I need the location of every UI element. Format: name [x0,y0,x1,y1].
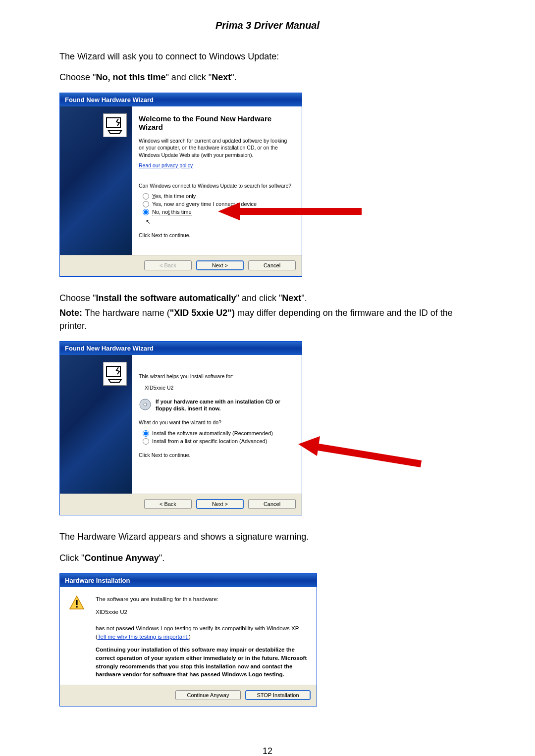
radio-yes-once[interactable]: Yes, this time only [143,193,294,200]
warn-body: The software you are installing for this… [60,587,317,685]
warning-icon [69,595,85,611]
section2-note: Note: The hardware name ("XID 5xxie U2")… [59,306,476,332]
text: Click " [59,553,84,563]
wizard2-body: This wizard helps you install software f… [60,355,302,494]
radio-label: Yes, now and every time I connect a devi… [152,201,257,207]
hardware-wizard-icon [103,362,127,386]
wizard1-button-row: < Back Next > Cancel [60,255,302,276]
text-bold: Install the software automatically [96,293,236,303]
radio-input[interactable] [143,438,149,445]
text-bold: No, not this time [96,72,165,82]
radio-label: Install from a list or specific location… [152,438,267,444]
text-bold: Next [212,72,231,82]
warn-dialog: Hardware Installation The software you a… [59,573,317,706]
text: Choose " [59,72,96,82]
section3-line2: Click "Continue Anyway". [59,552,476,564]
cd-hint-text: If your hardware came with an installati… [156,398,294,412]
wizard2-radio-group: Install the software automatically (Reco… [143,430,294,445]
text: ". [231,72,236,82]
wizard1-dialog: Found New Hardware Wizard Welcome to the… [59,93,302,277]
radio-install-specific[interactable]: Install from a list or specific location… [143,438,294,445]
wizard-side-banner [60,355,132,494]
hardware-wizard-icon [103,113,127,137]
wizard1-radio-group: Yes, this time only Yes, now and every t… [143,193,294,223]
warn-line2b: ) [189,634,191,640]
document-page: Prima 3 Driver Manual The Wizard will as… [0,0,535,756]
cursor-icon: ↖ [146,218,151,225]
wizard2-prompt: What do you want the wizard to do? [139,419,294,426]
intro-line-1: The Wizard will ask you to connect to Wi… [59,50,476,63]
radio-input[interactable] [143,193,149,200]
svg-point-3 [144,403,147,406]
wizard1-continue: Click Next to continue. [139,232,294,239]
text: The hardware name ( [82,308,170,318]
privacy-policy-link[interactable]: Read our privacy policy [139,162,193,168]
warn-text-block: The software you are installing for this… [96,595,308,679]
wizard1-heading: Welcome to the Found New Hardware Wizard [139,114,294,131]
radio-input[interactable] [143,201,149,207]
wizard1-body: Welcome to the Found New Hardware Wizard… [60,106,302,255]
wizard2-button-row: < Back Next > Cancel [60,494,302,515]
text-bold: Next [282,293,301,303]
wizard2-content: This wizard helps you install software f… [132,355,302,494]
radio-label: No, not this time [152,209,192,215]
radio-input[interactable] [143,430,149,437]
cancel-button[interactable]: Cancel [248,499,296,509]
radio-yes-always[interactable]: Yes, now and every time I connect a devi… [143,201,294,207]
wizard1-titlebar: Found New Hardware Wizard [60,93,302,106]
back-button: < Back [144,260,192,270]
svg-rect-4 [76,600,77,605]
page-title: Prima 3 Driver Manual [59,20,476,31]
note-label: Note: [59,308,82,318]
radio-label: Yes, this time only [152,193,196,199]
wizard1-figure: Found New Hardware Wizard Welcome to the… [59,93,302,277]
text: " and click " [236,293,282,303]
warn-device: XID5xxie U2 [96,608,308,616]
section2-line1: Choose "Install the software automatical… [59,292,476,304]
intro-line-2: Choose "No, not this time" and click "Ne… [59,71,476,84]
wizard-side-banner [60,106,132,255]
cancel-button[interactable]: Cancel [248,260,296,270]
radio-label: Install the software automatically (Reco… [152,430,273,436]
stop-installation-button[interactable]: STOP Installation [245,690,311,700]
text: ". [159,553,164,563]
wizard1-prompt: Can Windows connect to Windows Update to… [139,182,294,189]
wizard2-continue: Click Next to continue. [139,452,294,458]
wizard1-desc: Windows will search for current and upda… [139,137,294,158]
cd-icon [139,398,152,411]
red-arrow-annotation [297,436,426,471]
warn-button-row: Continue Anyway STOP Installation [60,685,317,706]
svg-rect-5 [76,606,77,607]
wizard2-figure: Found New Hardware Wizard This wizard he… [59,341,302,515]
text: ". [301,293,307,303]
next-button[interactable]: Next > [196,260,244,270]
text: Choose " [59,293,96,303]
radio-no-not-this-time[interactable]: No, not this time [143,209,294,215]
text-bold: Continue Anyway [84,553,159,563]
wizard1-content: Welcome to the Found New Hardware Wizard… [132,106,302,255]
cd-hint: If your hardware came with an installati… [139,398,294,412]
next-button[interactable]: Next > [196,499,244,509]
wizard2-line1: This wizard helps you install software f… [139,373,294,380]
warn-titlebar: Hardware Installation [60,574,317,587]
radio-input[interactable] [143,209,149,215]
wizard2-dialog: Found New Hardware Wizard This wizard he… [59,341,302,515]
wizard2-device: XID5xxie U2 [145,384,294,391]
section3-line1: The Hardware Wizard appears and shows a … [59,530,476,543]
text: " and click " [165,72,212,82]
warn-figure: Hardware Installation The software you a… [59,573,317,706]
continue-anyway-button[interactable]: Continue Anyway [175,690,241,700]
back-button[interactable]: < Back [144,499,192,509]
text-bold: "XID 5xxie U2") [170,308,235,318]
radio-install-auto[interactable]: Install the software automatically (Reco… [143,430,294,437]
logo-testing-link[interactable]: Tell me why this testing is important. [98,634,189,640]
wizard2-titlebar: Found New Hardware Wizard [60,342,302,355]
warn-strong: Continuing your installation of this sof… [96,646,308,679]
page-number: 12 [59,746,476,756]
warn-line1: The software you are installing for this… [96,596,218,602]
